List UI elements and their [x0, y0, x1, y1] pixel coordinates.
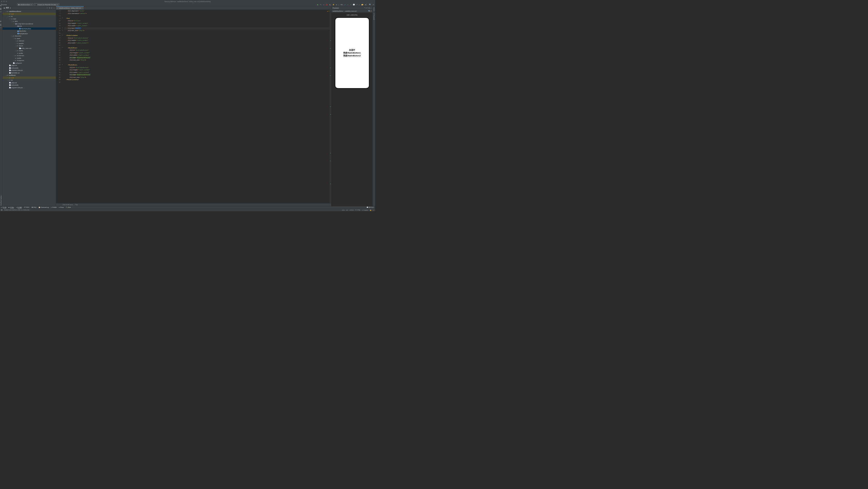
status-line-separator[interactable]: LF	[346, 209, 348, 211]
tree-node[interactable]: ▸▸▫build	[3, 13, 56, 15]
gutter-tab-structure[interactable]: 7: 结构	[0, 23, 2, 25]
tree-node[interactable]: ▾▸▫textDemo	[3, 74, 56, 77]
tree-node[interactable]: ▾▸▫main	[3, 18, 56, 20]
editor-breadcrumb[interactable]: DirectionalLayout › Text	[56, 203, 331, 206]
tree-node[interactable]: ▾▸▫resources	[3, 35, 56, 37]
settings-icon[interactable]: ⚙	[373, 4, 374, 5]
status-encoding[interactable]: UTF-8	[349, 209, 353, 211]
tree-node[interactable]: CMainAbilitySlice	[3, 27, 56, 30]
close-tab-icon[interactable]: ×	[82, 7, 82, 9]
tree-node[interactable]: 📄build.gradle	[3, 84, 56, 86]
git-update-icon[interactable]: ✓	[344, 4, 346, 5]
tree-node[interactable]: ▸▸▫en.element	[3, 54, 56, 57]
git-history-icon[interactable]: 🕘	[353, 4, 355, 5]
profile-icon[interactable]: ⚡	[333, 4, 335, 5]
status-tool-window-icon[interactable]	[1, 209, 2, 210]
tree-node[interactable]: 📄.gitignore	[3, 64, 56, 67]
tree-node[interactable]: ▾▦cn.hsp.harmonyosdemos	[3, 23, 56, 25]
code-editor[interactable]: 6789101112131415161718192021222324252627…	[56, 10, 331, 204]
gear-icon[interactable]: ⚙	[51, 7, 52, 9]
tool-previewer-log[interactable]: 📋 PreviewerLog	[38, 207, 49, 208]
tool-event-log[interactable]: 💬 事件日志	[367, 207, 374, 208]
right-tool-gutter[interactable]: Gradle 3: Previewer	[373, 6, 375, 206]
tree-node[interactable]: 📄config.json	[3, 62, 56, 64]
tool-terminal[interactable]: ⌨ 终端	[32, 207, 36, 208]
tree-node[interactable]: ▸▸▫build	[3, 77, 56, 79]
tool-git[interactable]: ⎇ 9: Git	[1, 207, 6, 208]
git-push-icon[interactable]: ↗	[350, 4, 351, 5]
search-icon[interactable]: 🔍	[369, 4, 371, 5]
tool-run[interactable]: ▶ 4: Run	[8, 207, 14, 208]
tree-node[interactable]: 📄.gitignore	[3, 82, 56, 84]
gutter-tab-commit[interactable]: 0: 提交对话框	[0, 11, 2, 12]
tool-problems[interactable]: ⚠ 6: 问题	[16, 207, 22, 208]
collapse-icon[interactable]: ≑	[49, 7, 50, 9]
filter-icon[interactable]: ⚲	[370, 10, 371, 12]
tree-node[interactable]: ▸▸▫src	[3, 79, 56, 82]
gutter-tab-favorites[interactable]: 2: 收藏	[0, 27, 2, 28]
gutter-tab-gradle[interactable]: Gradle	[373, 7, 375, 11]
nav-up-icon[interactable]: ˆ	[330, 10, 331, 12]
tool-hilog[interactable]: ≡ HiLog	[59, 207, 64, 208]
left-tool-gutter[interactable]: 1: 项目 0: 提交对话框 7: 结构 2: 收藏 OhosBuild Var…	[0, 6, 3, 206]
hide-icon[interactable]: —	[370, 7, 371, 9]
run-icon[interactable]: ▶	[317, 4, 318, 5]
gutter-tab-project[interactable]: 1: 项目	[0, 7, 2, 8]
rerun-icon[interactable]: ↻	[320, 4, 321, 5]
tree-node[interactable]: ▸▸▫element	[3, 39, 56, 42]
tree-node[interactable]: CMyApplication	[3, 32, 56, 35]
chevron-down-icon[interactable]: ▾	[10, 7, 11, 9]
tree-node[interactable]: ▾▸▫base	[3, 37, 56, 40]
git-commit-icon[interactable]: ✓	[347, 4, 348, 5]
status-indent[interactable]: 4 个空格	[355, 209, 360, 211]
tree-node[interactable]: CMainAbility	[3, 30, 56, 32]
tree-node[interactable]: ▾▸▫src	[3, 15, 56, 18]
error-indicator-icon[interactable]: ●	[373, 209, 374, 211]
coverage-icon[interactable]: ◧	[330, 4, 331, 5]
fold-gutter[interactable]: ⊖⊖⊖⊖⊖⊖	[61, 10, 63, 204]
project-view-icon[interactable]: ▤	[4, 7, 5, 9]
device-combo[interactable]: 📱 Huawei Lite Wearable Simulator ▾	[34, 3, 59, 6]
tree-node[interactable]: 📄README.md	[3, 71, 56, 74]
tool-todo[interactable]: ☰ TODO	[24, 207, 29, 208]
run-config-combo[interactable]: ⬢ radioButtonDemo ▾	[17, 3, 33, 6]
code-content[interactable]: ohos:alignment="center" ohos:orientation…	[63, 10, 330, 204]
tree-node[interactable]: ▸▫profile	[3, 52, 56, 55]
git-rollback-icon[interactable]: ↶	[356, 4, 358, 5]
lock-icon[interactable]: 🔒	[370, 209, 371, 211]
line-number-gutter[interactable]: 6789101112131415161718192021222324252627…	[56, 10, 62, 204]
debug-icon[interactable]: 🐞	[326, 4, 328, 5]
status-cursor-position[interactable]: 13:9	[342, 209, 344, 211]
project-tree[interactable]: ▾▸▫radioButtonDemo▸▸▫build▾▸▫src▾▸▫main▾…	[3, 10, 56, 206]
tree-node[interactable]: ▾▸▫java	[3, 20, 56, 23]
locate-icon[interactable]: ⊙	[46, 7, 48, 9]
tree-node[interactable]: ▾▦slice	[3, 25, 56, 27]
tree-node[interactable]: 📄build.gradle	[3, 67, 56, 69]
inspection-widget[interactable]: ▲ 3	[327, 10, 330, 12]
tool-build[interactable]: 🔨 Build	[66, 207, 71, 208]
tree-node[interactable]: ▸▸▫graphic	[3, 42, 56, 45]
gutter-tab-variants[interactable]: OhosBuild Variants	[1, 195, 2, 206]
editor-tab-bar[interactable]: ⟨⟩ radioButtonDemo/.../ability_main.xml …	[56, 6, 331, 10]
attach-icon[interactable]: ⇥	[323, 4, 324, 5]
window-controls[interactable]	[1, 1, 7, 2]
tree-node[interactable]: ▾▸▫radioButtonDemo	[3, 10, 56, 13]
gutter-tab-previewer[interactable]: 3: Previewer	[373, 13, 375, 20]
tree-node[interactable]: ▸▫rawfile	[3, 57, 56, 59]
tree-node[interactable]: ▾▸▫layout	[3, 44, 56, 47]
tree-node[interactable]: 📄proguard-rules.pro	[3, 69, 56, 71]
bottom-tool-strip[interactable]: ⎇ 9: Git ▶ 4: Run ⚠ 6: 问题 ☰ TODO ⌨ 终端 📋 …	[0, 206, 375, 209]
sync-icon[interactable]: ▶▏	[365, 4, 368, 5]
stop-icon[interactable]: ■	[336, 4, 337, 5]
tree-node[interactable]: 📄ability_main.xml	[3, 47, 56, 50]
tree-node[interactable]: ▸▸▫media	[3, 49, 56, 52]
hide-icon[interactable]: —	[53, 7, 55, 9]
open-icon[interactable]: 📂	[362, 4, 364, 5]
search-icon[interactable]: 🔍	[368, 10, 370, 12]
status-git-branch[interactable]: ⎇ master	[362, 209, 368, 211]
tree-node[interactable]: ▸▸▫zh.element	[3, 59, 56, 62]
editor-tab[interactable]: ⟨⟩ radioButtonDemo/.../ability_main.xml …	[56, 6, 84, 9]
tree-node[interactable]: 📄proguard-rules.pro	[3, 86, 56, 89]
panel-title[interactable]: 项目	[6, 7, 9, 9]
breadcrumb-segment[interactable]: resources	[1, 4, 12, 5]
